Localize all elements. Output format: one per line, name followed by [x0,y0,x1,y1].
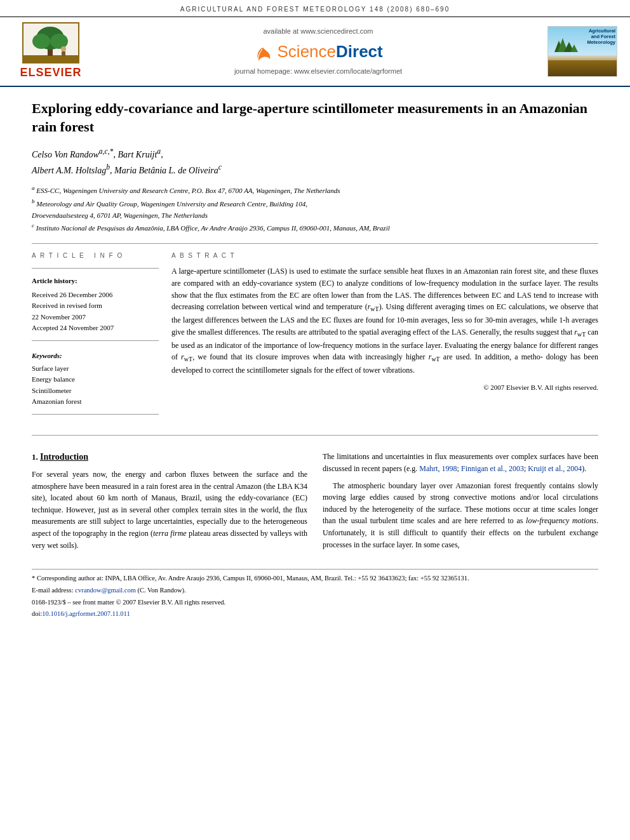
svg-point-5 [50,34,68,49]
paper-title: Exploring eddy-covariance and large-aper… [32,100,598,136]
section-title: Introduction [40,452,88,462]
corresponding-note: * Corresponding author at: INPA, LBA Off… [32,573,598,583]
abstract-text: A large-aperture scintillometer (LAS) is… [171,265,598,376]
author-3-sup: b [106,163,110,171]
footer-section: * Corresponding author at: INPA, LBA Off… [32,569,598,619]
article-info-label: A R T I C L E I N F O [32,251,159,260]
affiliations: a ESS-CC, Wageningen University and Rese… [32,184,598,233]
ref-mahrt[interactable]: Mahrt, 1998 [419,464,457,473]
author-1: Celso Von Randowa,c,*, Bart Kruijta, [32,150,163,159]
journal-homepage: journal homepage: www.elsevier.com/locat… [89,67,547,76]
intro-left: 1. Introduction For several years now, t… [32,451,307,556]
divider-bottom-info [32,414,159,415]
doi-link[interactable]: 10.1016/j.agrformet.2007.11.011 [42,610,130,617]
abstract-label: A B S T R A C T [171,251,598,260]
copyright-line: © 2007 Elsevier B.V. All rights reserved… [171,383,598,392]
journal-header: Agricultural and Forest Meteorology 148 … [0,0,630,17]
elsevier-logo: ELSEVIER [13,22,89,81]
intro-body-right: The limitations and uncertainties in flu… [323,451,598,550]
email-link[interactable]: cvrandow@gmail.com [75,587,136,594]
elsevier-tree-icon [22,22,79,63]
article-info-column: A R T I C L E I N F O Article history: R… [32,251,159,422]
email-person: (C. Von Randow). [136,587,186,594]
author-2: Albert A.M. Holtslagb, Maria Betânia L. … [32,166,222,175]
divider-body [32,435,598,436]
keyword-2: Energy balance [32,375,159,384]
sd-leaf-icon [253,46,272,64]
affiliation-b: b Meteorology and Air Quality Group, Wag… [32,197,598,209]
top-banner: ELSEVIER available at www.sciencedirect.… [0,17,630,87]
svg-rect-7 [62,51,65,57]
ref-kruijt[interactable]: Kruijt et al., 2004 [528,464,582,473]
issn-note: 0168-1923/$ – see front matter © 2007 El… [32,597,598,608]
affiliation-b2: Droevendaalsesteeg 4, 6701 AP, Wageninge… [32,210,598,221]
cover-journal-title: Agricultural and Forest Meteorology [580,28,615,45]
journal-cover: Agricultural and Forest Meteorology [547,26,617,77]
center-banner: available at www.sciencedirect.com Scien… [89,27,547,77]
keyword-3: Scintillometer [32,386,159,396]
intro-right: The limitations and uncertainties in flu… [323,451,598,556]
divider-article-info [32,268,159,269]
accepted-date: Accepted 24 November 2007 [32,323,159,333]
doi-note: doi:10.1016/j.agrformet.2007.11.011 [32,609,598,619]
section-number: 1. [32,452,38,462]
keyword-1: Surface layer [32,364,159,373]
email-label: E-mail address: [32,587,75,594]
available-text: available at www.sciencedirect.com [89,27,547,36]
svg-point-4 [32,34,50,49]
author-1-sup: a,c,* [99,147,114,156]
ref-finnigan[interactable]: Finnigan et al., 2003 [461,464,524,473]
intro-body-left: For several years now, the energy and ca… [32,469,307,551]
paper-container: Exploring eddy-covariance and large-aper… [0,87,630,634]
divider-1 [32,243,598,244]
received-date: Received 26 December 2006 [32,290,159,300]
revised-label: Received in revised form [32,301,159,310]
corresponding-text: * Corresponding author at: INPA, LBA Off… [32,575,469,582]
abstract-column: A B S T R A C T A large-aperture scintil… [171,251,598,422]
affiliation-c: c Instituto Nacional de Pesquisas da Ama… [32,222,598,233]
author-2-sup: a [157,147,161,156]
author-4-sup: c [218,163,222,171]
email-note: E-mail address: cvrandow@gmail.com (C. V… [32,585,598,596]
article-abstract-section: A R T I C L E I N F O Article history: R… [32,251,598,422]
keywords-label: Keywords: [32,351,159,361]
authors: Celso Von Randowa,c,*, Bart Kruijta, Alb… [32,146,598,178]
journal-header-text: Agricultural and Forest Meteorology 148 … [180,6,450,13]
affiliation-a: a ESS-CC, Wageningen University and Rese… [32,184,598,196]
intro-two-col: 1. Introduction For several years now, t… [32,451,598,556]
cover-forest-icon [551,33,580,55]
intro-heading: 1. Introduction [32,451,307,463]
doi-label: doi: [32,610,42,617]
sciencedirect-logo: ScienceDirect [253,40,382,64]
introduction-section: 1. Introduction For several years now, t… [32,451,598,556]
sd-logo-text: ScienceDirect [278,42,383,61]
keyword-4: Amazonian forest [32,397,159,406]
article-history-label: Article history: [32,276,159,286]
revised-date: 22 November 2007 [32,312,159,322]
svg-point-6 [61,46,66,51]
divider-keywords [32,340,159,341]
keywords-section: Keywords: Surface layer Energy balance S… [32,351,159,406]
elsevier-label: ELSEVIER [20,65,81,81]
